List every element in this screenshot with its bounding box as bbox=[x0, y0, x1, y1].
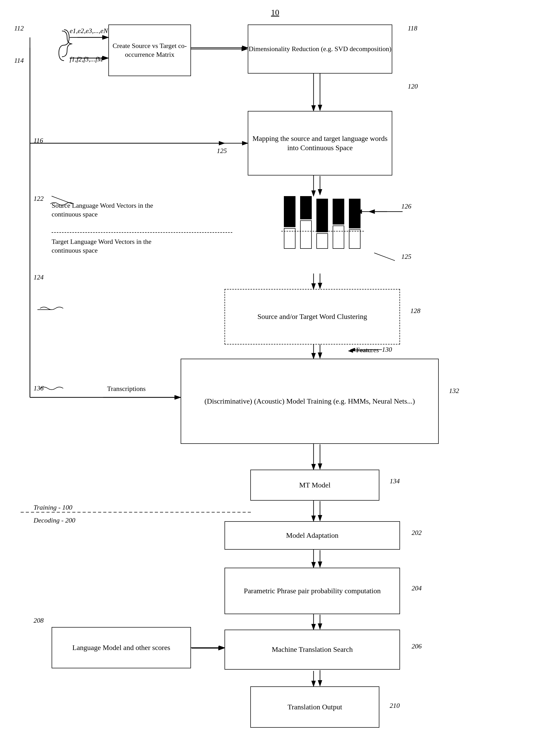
vector-midline bbox=[281, 231, 364, 231]
word-clustering-box: Source and/or Target Word Clustering bbox=[225, 289, 400, 344]
vectors-separator bbox=[52, 232, 232, 233]
parametric-phrase-box: Parametric Phrase pair probability compu… bbox=[225, 568, 400, 614]
language-model-box: Language Model and other scores bbox=[52, 627, 191, 668]
ref-134: 134 bbox=[390, 477, 400, 485]
features-label: Features bbox=[356, 346, 379, 354]
ref-112: 112 bbox=[14, 25, 24, 32]
model-training-box: (Discriminative) (Acoustic) Model Traini… bbox=[180, 359, 439, 444]
ref-202: 202 bbox=[412, 529, 422, 537]
ref-126: 126 bbox=[401, 203, 411, 210]
mt-model-box: MT Model bbox=[250, 470, 380, 500]
ref-132: 132 bbox=[449, 387, 459, 395]
ref-116: 116 bbox=[33, 137, 43, 144]
ref-124: 124 bbox=[33, 274, 44, 281]
transcriptions-label: Transcriptions bbox=[107, 384, 145, 393]
translation-output-box: Translation Output bbox=[250, 686, 380, 728]
target-word-vectors-label: Target Language Word Vectors in theconti… bbox=[52, 237, 194, 255]
ref-210: 210 bbox=[390, 702, 400, 710]
diagram-title: 10 bbox=[271, 8, 279, 17]
decoding-label: Decoding - 200 bbox=[33, 516, 75, 525]
ref-136: 136 bbox=[33, 384, 44, 392]
input-e-series: e1,e2,e3,...,eN bbox=[70, 27, 108, 35]
ref-128: 128 bbox=[410, 307, 420, 315]
ref-204: 204 bbox=[412, 584, 422, 592]
svg-line-21 bbox=[374, 253, 395, 261]
ref-206: 206 bbox=[412, 642, 422, 650]
ref-114: 114 bbox=[14, 57, 24, 64]
vector-bars bbox=[284, 196, 361, 249]
ref-208: 208 bbox=[33, 617, 44, 625]
dimensionality-reduction-box: Dimensionality Reduction (e.g. SVD decom… bbox=[248, 25, 392, 74]
training-label: Training - 100 bbox=[33, 503, 72, 512]
diagram: 10 112 e1,e2,e3,...,eN f1,f2,f3,...fM 11… bbox=[0, 0, 560, 746]
ref-118: 118 bbox=[408, 25, 417, 32]
machine-translation-search-box: Machine Translation Search bbox=[225, 630, 400, 670]
model-adaptation-box: Model Adaptation bbox=[225, 521, 400, 550]
ref-125a: 125 bbox=[217, 147, 227, 155]
ref-122: 122 bbox=[33, 195, 44, 203]
mapping-continuous-box: Mapping the source and target language w… bbox=[248, 111, 392, 175]
input-f-series: f1,f2,f3,...fM bbox=[70, 56, 103, 63]
ref-130: 130 bbox=[382, 346, 392, 353]
source-word-vectors-label: Source Language Word Vectors in theconti… bbox=[52, 201, 194, 219]
ref-125b: 125 bbox=[401, 253, 411, 261]
ref-120: 120 bbox=[408, 83, 418, 90]
create-source-target-box: Create Source vs Target co- occurrence M… bbox=[108, 25, 191, 76]
